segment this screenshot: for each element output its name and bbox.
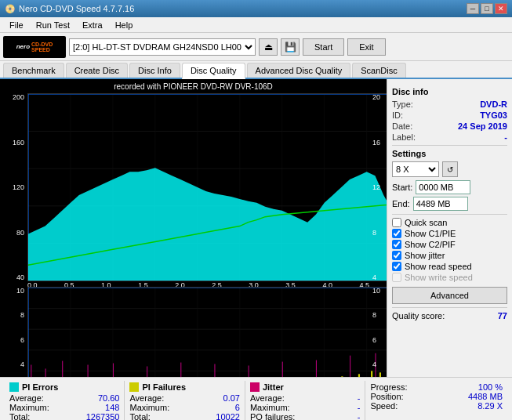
exit-button[interactable]: Exit [347,38,385,56]
pi-failures-total-val: 10022 [216,412,240,420]
advanced-button[interactable]: Advanced [392,287,507,304]
jitter-po-row: PO failures: - [250,412,360,420]
drive-select[interactable]: [2:0] HL-DT-ST DVDRAM GH24NSD0 LH00 [69,38,256,56]
position-val: 4488 MB [468,392,503,401]
minimize-button[interactable]: ─ [467,3,479,14]
y-axis-bottom-right: 10 8 6 4 2 [371,287,387,377]
pi-errors-color [9,382,19,392]
show-read-speed-checkbox[interactable] [392,262,401,271]
tab-benchmark[interactable]: Benchmark [3,63,64,78]
show-c1pie-row: Show C1/PIE [392,229,507,238]
eject-icon[interactable]: ⏏ [259,38,278,56]
tab-disc-info[interactable]: Disc Info [129,63,180,78]
toolbar: nero CD-DVDSPEED [2:0] HL-DT-ST DVDRAM G… [0,33,512,61]
pi-failures-header: PI Failures [129,382,239,392]
pi-failures-avg-label: Average: [129,393,164,403]
jitter-max-val: - [358,403,361,412]
pi-failures-group: PI Failures Average: 0.07 Maximum: 6 Tot… [125,381,245,420]
pi-errors-total-val: 1267350 [86,412,120,420]
divider-3 [392,307,507,308]
pi-errors-group: PI Errors Average: 70.60 Maximum: 148 To… [5,381,125,420]
position-row: Position: 4488 MB [370,392,503,401]
show-jitter-checkbox[interactable] [392,251,401,260]
quality-score-value: 77 [498,311,507,320]
tab-scandisc[interactable]: ScanDisc [352,63,405,78]
quality-score-row: Quality score: 77 [392,311,507,320]
pi-errors-avg-row: Average: 70.60 [9,393,119,403]
speed-label: Speed: [370,401,398,411]
start-label: Start: [392,183,412,192]
svg-rect-61 [62,361,63,377]
jitter-avg-row: Average: - [250,393,360,403]
quick-scan-checkbox[interactable] [392,218,401,227]
menu-help[interactable]: Help [109,19,140,31]
quality-score-label: Quality score: [392,311,445,320]
speed-row: Speed: 8.29 X [370,401,503,411]
maximize-button[interactable]: □ [481,3,493,14]
show-c2pif-checkbox[interactable] [392,240,401,249]
divider-1 [392,145,507,146]
y-axis-top-right: 20 16 12 8 4 [371,93,387,281]
y-axis-bottom-left: 10 8 6 4 2 [0,287,27,377]
progress-group: Progress: 100 % Position: 4488 MB Speed:… [365,381,507,420]
close-button[interactable]: ✕ [495,3,507,14]
pi-failures-label: PI Failures [142,382,186,392]
chart-title: recorded with PIONEER DVD-RW DVR-106D [114,82,273,91]
tab-disc-quality[interactable]: Disc Quality [182,63,245,79]
tab-create-disc[interactable]: Create Disc [66,63,128,78]
disc-type-row: Type: DVD-R [392,100,507,109]
tab-bar: Benchmark Create Disc Disc Info Disc Qua… [0,61,512,79]
show-c2pif-row: Show C2/PIF [392,240,507,249]
svg-rect-20 [28,288,387,377]
show-c1pie-checkbox[interactable] [392,229,401,238]
bottom-stats: PI Errors Average: 70.60 Maximum: 148 To… [0,377,512,420]
pi-failures-max-label: Maximum: [129,403,169,412]
jitter-header: Jitter [250,382,360,392]
end-label: End: [392,199,410,208]
start-input[interactable] [416,180,470,194]
menu-run-test[interactable]: Run Test [30,19,76,31]
pi-failures-max-row: Maximum: 6 [129,403,239,412]
nero-logo: nero CD-DVDSPEED [3,36,66,58]
show-write-speed-checkbox[interactable] [392,273,401,282]
disc-info-title: Disc info [392,87,507,96]
svg-rect-59 [31,365,31,377]
pi-errors-max-label: Maximum: [9,403,49,412]
tab-advanced-disc-quality[interactable]: Advanced Disc Quality [247,63,351,78]
settings-speed-row: 8 X ↺ [392,161,507,177]
disc-type-value: DVD-R [480,100,507,109]
menu-file[interactable]: File [3,19,30,31]
svg-rect-60 [45,368,46,377]
end-input[interactable] [413,197,468,211]
svg-rect-52 [341,376,343,377]
disc-id-row: ID: TYG03 [392,110,507,120]
disc-id-value: TYG03 [480,110,507,120]
progress-row: Progress: 100 % [370,382,503,392]
position-label: Position: [370,392,403,401]
save-icon[interactable]: 💾 [281,38,300,56]
pi-errors-header: PI Errors [9,382,119,392]
settings-title: Settings [392,149,507,158]
progress-val: 100 % [478,382,503,392]
title-bar: 📀 Nero CD-DVD Speed 4.7.7.16 ─ □ ✕ [0,0,512,17]
end-row: End: [392,197,507,211]
show-c2pif-label: Show C2/PIF [405,240,456,249]
top-chart [27,93,387,281]
show-jitter-label: Show jitter [405,251,445,260]
jitter-avg-val: - [358,393,361,403]
svg-rect-68 [282,362,283,377]
progress-label: Progress: [370,382,407,392]
pi-failures-total-label: Total: [129,412,150,420]
svg-rect-69 [316,360,317,377]
pi-errors-avg-label: Average: [9,393,44,403]
show-c1pie-label: Show C1/PIE [405,229,456,238]
speed-select[interactable]: 8 X [392,161,439,177]
menu-extra[interactable]: Extra [76,19,109,31]
start-button[interactable]: Start [303,38,344,56]
settings-refresh-icon[interactable]: ↺ [442,161,458,177]
jitter-avg-label: Average: [250,393,285,403]
svg-rect-64 [147,366,147,377]
pi-errors-total-row: Total: 1267350 [9,412,119,420]
disc-type-label: Type: [392,100,413,109]
jitter-group: Jitter Average: - Maximum: - PO failures… [245,381,365,420]
